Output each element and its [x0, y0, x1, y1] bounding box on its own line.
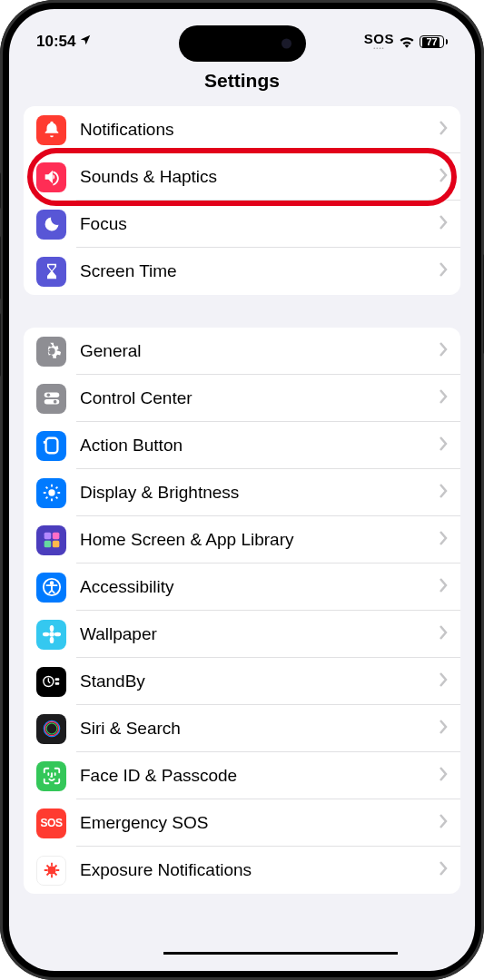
strike-line: [163, 952, 398, 955]
battery-icon: 77: [420, 35, 448, 48]
chevron-right-icon: [440, 215, 448, 233]
location-icon: [79, 33, 92, 51]
svg-point-11: [50, 582, 53, 584]
action-icon: [36, 431, 66, 461]
faceid-icon: [36, 761, 66, 791]
svg-point-5: [48, 489, 54, 495]
content: Notifications Sounds & Haptics Focus: [9, 106, 475, 894]
svg-point-12: [49, 632, 54, 637]
row-focus[interactable]: Focus: [24, 201, 460, 248]
page-title: Settings: [9, 59, 475, 106]
clock-icon: [36, 667, 66, 697]
chevron-right-icon: [440, 767, 448, 785]
svg-rect-4: [45, 438, 57, 454]
side-button: [0, 236, 1, 299]
row-label: Focus: [80, 214, 426, 234]
status-sos: SOS: [364, 32, 394, 45]
virus-icon: [36, 856, 66, 886]
svg-rect-0: [44, 393, 59, 398]
settings-group-1: Notifications Sounds & Haptics Focus: [24, 106, 460, 295]
speaker-icon: [36, 162, 66, 192]
row-label: Siri & Search: [80, 719, 426, 739]
wifi-icon: [399, 35, 415, 48]
row-label: StandBy: [80, 671, 426, 691]
siri-icon: [36, 714, 66, 744]
svg-rect-1: [44, 399, 59, 405]
row-label: Display & Brightness: [80, 483, 426, 503]
side-button: [0, 172, 1, 209]
chevron-right-icon: [440, 578, 448, 596]
row-controlcenter[interactable]: Control Center: [24, 375, 460, 422]
chevron-right-icon: [440, 531, 448, 549]
row-label: Wallpaper: [80, 624, 426, 644]
row-wallpaper[interactable]: Wallpaper: [24, 611, 460, 658]
row-faceid[interactable]: Face ID & Passcode: [24, 752, 460, 799]
chevron-right-icon: [440, 342, 448, 360]
chevron-right-icon: [440, 720, 448, 738]
row-notifications[interactable]: Notifications: [24, 106, 460, 153]
person-icon: [36, 573, 66, 603]
row-label: Home Screen & App Library: [80, 530, 426, 550]
chevron-right-icon: [440, 121, 448, 139]
bell-icon: [36, 115, 66, 145]
svg-rect-6: [44, 533, 51, 540]
svg-point-2: [46, 394, 50, 397]
svg-point-14: [49, 637, 54, 643]
chevron-right-icon: [440, 262, 448, 280]
svg-point-16: [54, 632, 60, 637]
row-label: General: [80, 341, 426, 361]
settings-group-2: General Control Center Action Button: [24, 328, 460, 894]
chevron-right-icon: [440, 389, 448, 407]
chevron-right-icon: [440, 672, 448, 691]
chevron-right-icon: [440, 814, 448, 832]
chevron-right-icon: [440, 484, 448, 502]
row-label: Accessibility: [80, 577, 426, 597]
row-label: Control Center: [80, 388, 426, 408]
chevron-right-icon: [440, 436, 448, 455]
row-label: Notifications: [80, 120, 426, 140]
chevron-right-icon: [440, 861, 448, 879]
row-label: Screen Time: [80, 261, 426, 281]
switches-icon: [36, 384, 66, 414]
row-label: Sounds & Haptics: [80, 167, 426, 187]
row-screentime[interactable]: Screen Time: [24, 248, 460, 295]
row-exposure[interactable]: Exposure Notifications: [24, 847, 460, 894]
hourglass-icon: [36, 257, 66, 287]
dynamic-island: [179, 25, 306, 62]
moon-icon: [36, 210, 66, 240]
svg-point-3: [53, 400, 56, 404]
svg-rect-9: [52, 541, 59, 548]
row-label: Emergency SOS: [80, 813, 426, 833]
grid-icon: [36, 525, 66, 555]
gear-icon: [36, 337, 66, 367]
row-label: Exposure Notifications: [80, 860, 426, 880]
status-dots: ••••: [373, 45, 384, 51]
sun-icon: [36, 478, 66, 508]
flower-icon: [36, 620, 66, 650]
chevron-right-icon: [440, 625, 448, 643]
row-standby[interactable]: StandBy: [24, 658, 460, 705]
row-sounds[interactable]: Sounds & Haptics: [24, 153, 460, 201]
screen: 10:54 SOS •••• 77: [9, 9, 475, 971]
row-display[interactable]: Display & Brightness: [24, 469, 460, 516]
svg-point-13: [49, 625, 54, 632]
row-emergency[interactable]: SOS Emergency SOS: [24, 799, 460, 847]
row-homescreen[interactable]: Home Screen & App Library: [24, 516, 460, 564]
svg-rect-19: [54, 682, 59, 685]
svg-rect-18: [54, 678, 59, 681]
row-accessibility[interactable]: Accessibility: [24, 564, 460, 611]
row-actionbutton[interactable]: Action Button: [24, 422, 460, 469]
sos-icon: SOS: [36, 808, 66, 838]
phone-frame: 10:54 SOS •••• 77: [0, 0, 484, 980]
status-time: 10:54: [36, 33, 75, 51]
row-label: Action Button: [80, 436, 426, 456]
svg-rect-7: [52, 533, 59, 540]
row-label: Face ID & Passcode: [80, 766, 426, 786]
svg-rect-8: [44, 541, 51, 548]
chevron-right-icon: [440, 168, 448, 186]
row-general[interactable]: General: [24, 328, 460, 375]
svg-point-15: [42, 632, 48, 637]
side-button: [0, 313, 1, 377]
row-siri[interactable]: Siri & Search: [24, 705, 460, 752]
